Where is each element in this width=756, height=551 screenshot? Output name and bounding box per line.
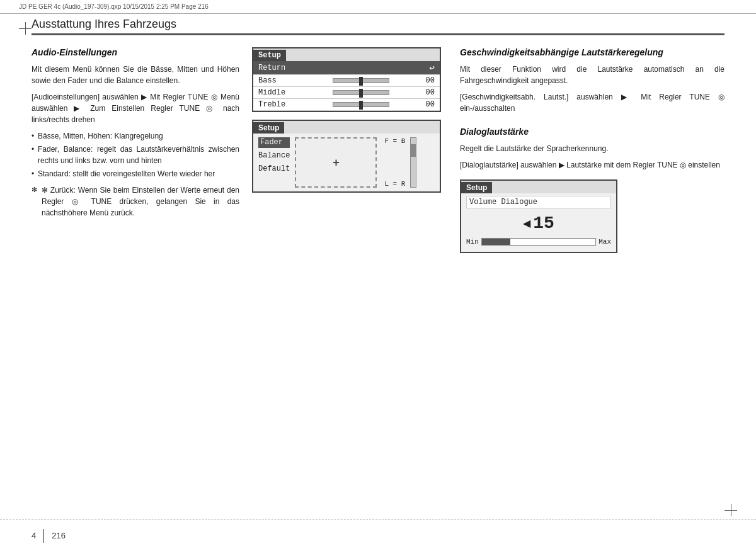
vol-max-label: Max — [598, 238, 611, 246]
left-column: Audio-Einstellungen Mit diesem Menü könn… — [32, 47, 246, 513]
dialogue-volume-section: Dialoglautstärke Regelt die Lautstärke d… — [460, 127, 724, 171]
fader-label-balance: Balance — [258, 151, 290, 161]
setup-panel-2: Setup Fader Balance Default F = B L = R — [252, 120, 441, 193]
dialogue-para2: [Dialoglautstärke] auswählen ▶ Lautstärk… — [460, 159, 724, 171]
volume-panel: Setup Volume Dialogue ◀ 15 Min Max — [460, 179, 617, 253]
fader-label-fader: Fader — [258, 137, 290, 148]
content-area: Audio-Einstellungen Mit diesem Menü könn… — [32, 47, 724, 513]
header-text: JD PE GER 4c (Audio_197-309).qxp 10/15/2… — [19, 3, 209, 10]
middle-slider-track — [333, 90, 389, 95]
fader-right-section: F = B L = R — [384, 137, 405, 188]
page-footer: 4 216 — [0, 520, 756, 551]
footer-divider — [43, 529, 44, 543]
fader-label-default: Default — [258, 164, 290, 174]
speed-para2: [Geschwindigkeitsabh. Lautst.] auswählen… — [460, 91, 724, 114]
fader-label-fb: F = B — [384, 137, 405, 145]
panel2-header: Setup — [253, 122, 284, 133]
fader-scrollbar[interactable] — [410, 137, 416, 188]
left-para2: [Audioeinstellungen] auswählen ▶ Mit Reg… — [32, 91, 239, 125]
footer-page-num: 4 — [32, 531, 36, 540]
bass-slider-thumb — [359, 77, 363, 86]
section-title: Ausstattung Ihres Fahrzeugs — [32, 18, 724, 31]
fader-labels: Fader Balance Default — [258, 137, 290, 174]
return-icon: ↩ — [430, 62, 435, 73]
vol-panel-inner: Volume Dialogue ◀ 15 Min Max — [461, 193, 616, 252]
treble-slider-thumb — [359, 101, 363, 110]
center-column: Setup Return ↩ Bass 00 Middle — [246, 47, 447, 513]
speed-heading-text: Geschwindigkeitsabhängige Lautstärkerege… — [460, 47, 663, 57]
fader-scrollbar-thumb — [411, 144, 416, 157]
panel1-header: Setup — [253, 50, 286, 61]
middle-slider-thumb — [359, 89, 363, 98]
right-column: Geschwindigkeitsabhängige Lautstärkerege… — [447, 47, 724, 513]
fader-label-lr: L = R — [384, 180, 405, 188]
fader-crosshair — [333, 156, 340, 169]
dialogue-heading: Dialoglautstärke — [460, 127, 724, 137]
treble-slider[interactable] — [306, 102, 416, 107]
speed-heading: Geschwindigkeitsabhängige Lautstärkerege… — [460, 47, 724, 57]
vol-bar-fill — [482, 239, 510, 245]
bullet-list: Bässe, Mitten, Höhen: Klangregelung Fade… — [32, 130, 239, 179]
bass-slider-track — [333, 78, 389, 83]
vol-min-label: Min — [466, 238, 479, 246]
treble-slider-track — [333, 102, 389, 107]
vol-bar-track[interactable] — [481, 238, 596, 246]
bullet-item-3: Standard: stellt die voreingestellten We… — [32, 168, 239, 179]
note-item: ✻ Zurück: Wenn Sie beim Einstellen der W… — [32, 185, 239, 219]
vol-value-row: ◀ 15 — [466, 213, 611, 233]
bass-label: Bass — [258, 76, 302, 85]
dialogue-para1: Regelt die Lautstärke der Spracherkennun… — [460, 143, 724, 154]
speed-volume-section: Geschwindigkeitsabhängige Lautstärkerege… — [460, 47, 724, 114]
vol-bar-row: Min Max — [466, 238, 611, 246]
panel2-header-wrap: Setup — [253, 121, 440, 133]
page-header: JD PE GER 4c (Audio_197-309).qxp 10/15/2… — [0, 0, 756, 14]
bullet-item-1: Bässe, Mitten, Höhen: Klangregelung — [32, 130, 239, 142]
footer-page-num2: 216 — [52, 531, 66, 540]
left-para1: Mit diesem Menü können Sie die Bässe, Mi… — [32, 64, 239, 86]
treble-value: 00 — [419, 100, 435, 109]
left-heading: Audio-Einstellungen — [32, 47, 239, 57]
bass-slider[interactable] — [306, 78, 416, 83]
section-title-line — [32, 33, 724, 35]
treble-label: Treble — [258, 100, 302, 109]
middle-label: Middle — [258, 88, 302, 97]
middle-slider[interactable] — [306, 90, 416, 95]
speaker-icon: ◀ — [523, 217, 530, 229]
return-label: Return — [258, 64, 302, 72]
footer-nums: 4 216 — [32, 529, 66, 543]
setup-row-treble: Treble 00 — [253, 99, 440, 111]
setup-panel-1: Setup Return ↩ Bass 00 Middle — [252, 47, 441, 112]
section-title-area: Ausstattung Ihres Fahrzeugs — [32, 18, 724, 35]
vol-panel-header: Setup — [461, 182, 492, 193]
middle-value: 00 — [419, 88, 435, 97]
bass-value: 00 — [419, 76, 435, 85]
vol-panel-header-wrap: Setup — [461, 181, 616, 193]
vol-title: Volume Dialogue — [466, 196, 611, 208]
panel1-header-wrap: Setup — [253, 48, 440, 61]
reg-mark-topleft — [19, 22, 32, 35]
speed-para1: Mit dieser Funktion wird die Lautstärke … — [460, 64, 724, 86]
bullet-item-2: Fader, Balance: regelt das Lautstärkever… — [32, 144, 239, 166]
setup-row-return: Return ↩ — [253, 61, 440, 75]
fader-grid-area: Fader Balance Default F = B L = R — [253, 133, 440, 191]
fader-grid[interactable] — [295, 137, 377, 188]
vol-number: 15 — [533, 213, 554, 233]
setup-row-middle: Middle 00 — [253, 87, 440, 99]
setup-row-bass: Bass 00 — [253, 75, 440, 87]
reg-mark-bottomright — [724, 504, 737, 516]
